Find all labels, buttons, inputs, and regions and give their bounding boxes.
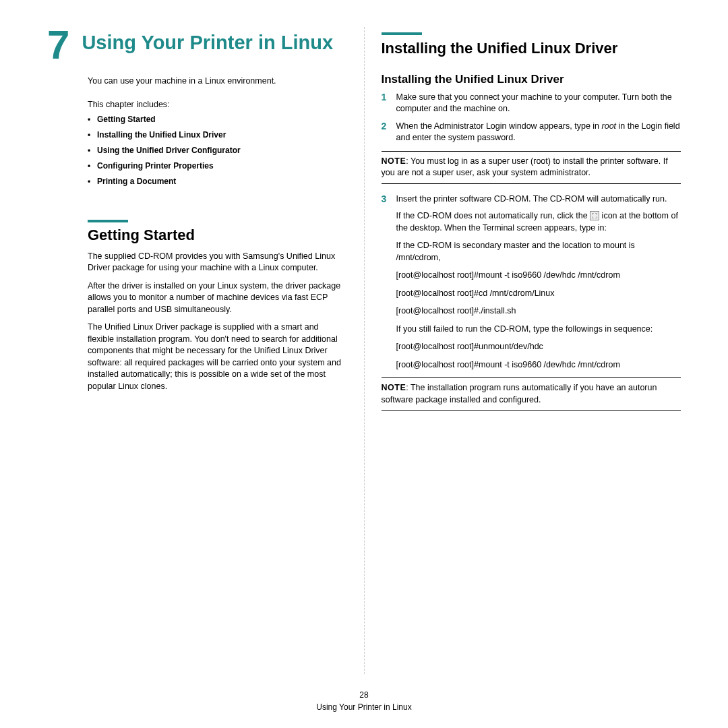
- command-text: [root@localhost root]#unmount/dev/hdc: [396, 341, 681, 353]
- terminal-instructions: If the CD-ROM does not automatically run…: [382, 210, 681, 371]
- instruction-text: If the CD-ROM is secondary master and th…: [396, 240, 681, 264]
- note-block: NOTE: The installation program runs auto…: [382, 377, 681, 411]
- step-item: 2 When the Administrator Login window ap…: [382, 121, 681, 144]
- command-text: [root@localhost root]#./install.sh: [396, 305, 681, 317]
- section-rule: [382, 32, 422, 35]
- section-rule: [88, 220, 128, 222]
- step-number: 1: [382, 91, 387, 104]
- section-heading-getting-started: Getting Started: [47, 226, 347, 244]
- sub-heading-installing: Installing the Unified Linux Driver: [382, 73, 681, 86]
- note-text: : You must log in as a super user (root)…: [382, 156, 668, 178]
- install-steps: 1 Make sure that you connect your machin…: [382, 92, 681, 144]
- column-divider: [364, 27, 365, 674]
- body-paragraph: The supplied CD-ROM provides you with Sa…: [47, 251, 347, 274]
- section-heading-installing: Installing the Unified Linux Driver: [382, 39, 681, 58]
- step-number: 2: [382, 120, 387, 133]
- step-text-italic: root: [602, 121, 617, 131]
- page: 7 Using Your Printer in Linux You can us…: [0, 0, 728, 674]
- page-number: 28: [0, 689, 728, 701]
- toc-item[interactable]: Installing the Unified Linux Driver: [88, 130, 347, 140]
- command-text: [root@localhost root]#cd /mnt/cdrom/Linu…: [396, 288, 681, 300]
- chapter-heading: 7 Using Your Printer in Linux: [47, 27, 347, 63]
- toc-item[interactable]: Printing a Document: [88, 177, 347, 186]
- step-item: 1 Make sure that you connect your machin…: [382, 92, 681, 115]
- body-paragraph: After the driver is installed on your Li…: [47, 280, 347, 316]
- chapter-title: Using Your Printer in Linux: [82, 27, 333, 55]
- right-column: Installing the Unified Linux Driver Inst…: [368, 27, 695, 674]
- body-paragraph: The Unified Linux Driver package is supp…: [47, 322, 347, 392]
- toc-item[interactable]: Using the Unified Driver Configurator: [88, 146, 347, 155]
- intro-text: You can use your machine in a Linux envi…: [47, 75, 347, 88]
- step-number: 3: [382, 193, 387, 206]
- note-label: NOTE: [382, 156, 406, 166]
- toc-list: Getting Started Installing the Unified L…: [47, 115, 347, 186]
- toc-item[interactable]: Configuring Printer Properties: [88, 161, 347, 171]
- left-column: 7 Using Your Printer in Linux You can us…: [34, 27, 361, 674]
- step-text: Insert the printer software CD-ROM. The …: [396, 194, 667, 204]
- toc-item[interactable]: Getting Started: [88, 115, 347, 124]
- instruction-text: If you still failed to run the CD-ROM, t…: [396, 324, 681, 336]
- step-text: When the Administrator Login window appe…: [396, 121, 602, 131]
- step-item: 3 Insert the printer software CD-ROM. Th…: [382, 193, 681, 206]
- step-text: Make sure that you connect your machine …: [396, 92, 672, 114]
- note-block: NOTE: You must log in as a super user (r…: [382, 151, 681, 184]
- footer-title: Using Your Printer in Linux: [0, 701, 728, 713]
- install-steps-continued: 3 Insert the printer software CD-ROM. Th…: [382, 193, 681, 206]
- terminal-icon: [590, 211, 599, 220]
- note-text: : The installation program runs automati…: [382, 383, 657, 404]
- note-label: NOTE: [382, 383, 406, 392]
- command-text: [root@localhost root]#mount -t iso9660 /…: [396, 359, 681, 371]
- page-footer: 28 Using Your Printer in Linux: [0, 689, 728, 713]
- chapter-number: 7: [47, 27, 69, 63]
- includes-label: This chapter includes:: [47, 100, 347, 109]
- instruction-text: If the CD-ROM does not automatically run…: [396, 210, 681, 234]
- command-text: [root@localhost root]#mount -t iso9660 /…: [396, 270, 681, 282]
